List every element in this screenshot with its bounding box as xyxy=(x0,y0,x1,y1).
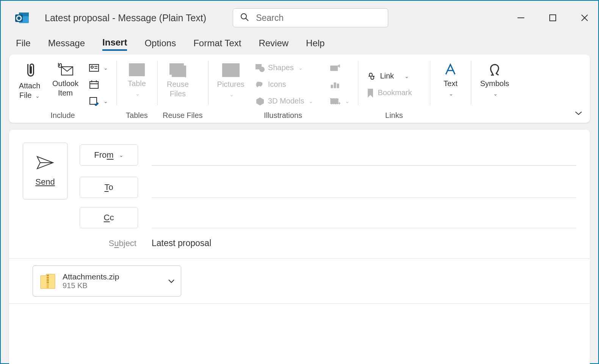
attachment-menu-button[interactable] xyxy=(168,277,175,285)
svg-line-5 xyxy=(246,18,248,21)
svg-text:+: + xyxy=(338,101,340,105)
window-controls xyxy=(515,12,591,24)
calendar-button[interactable] xyxy=(86,77,111,92)
chevron-down-icon: ⌄ xyxy=(298,65,303,71)
attachment-chip[interactable]: Attachments.zip 915 KB xyxy=(33,265,181,297)
svg-rect-20 xyxy=(129,64,144,76)
minimize-button[interactable] xyxy=(515,12,527,24)
ribbon-group-include: Attach File ⌄ Outlook Item ⌄ xyxy=(9,55,116,123)
signature-button[interactable]: ⌄ xyxy=(86,94,111,109)
group-label-illustrations: Illustrations xyxy=(213,111,353,122)
svg-rect-37 xyxy=(337,84,339,88)
tab-format-text[interactable]: Format Text xyxy=(193,36,241,50)
search-box[interactable] xyxy=(233,8,388,27)
zip-file-icon xyxy=(39,270,56,292)
ribbon-group-reuse-files: Reuse Files Reuse Files xyxy=(157,55,208,123)
ribbon-group-symbols: Symbols⌄ . xyxy=(471,55,518,123)
send-label: Send xyxy=(35,177,55,187)
cc-field[interactable] xyxy=(152,207,576,228)
symbols-label: Symbols xyxy=(480,79,509,88)
svg-point-39 xyxy=(333,100,336,103)
ribbon-group-tables: Table⌄ Tables xyxy=(116,55,157,123)
group-label-include: Include xyxy=(14,111,111,122)
svg-point-32 xyxy=(260,67,264,72)
text-button[interactable]: Text⌄ xyxy=(435,60,466,109)
chevron-down-icon: ⌄ xyxy=(135,91,140,97)
outlook-item-button[interactable]: Outlook Item xyxy=(49,60,82,109)
from-button[interactable]: From ⌄ xyxy=(80,144,138,166)
to-button[interactable]: To xyxy=(80,177,138,198)
3d-models-button: 3D Models ⌄ xyxy=(252,94,317,109)
table-button: Table⌄ xyxy=(122,60,152,109)
ribbon-collapse-button[interactable] xyxy=(574,108,583,118)
symbols-button[interactable]: Symbols⌄ xyxy=(476,60,513,109)
subject-field[interactable] xyxy=(152,238,576,248)
svg-point-30 xyxy=(226,66,229,69)
svg-rect-7 xyxy=(550,15,556,21)
svg-rect-42 xyxy=(47,274,49,289)
group-label-tables: Tables xyxy=(122,111,152,122)
outlook-item-label: Outlook Item xyxy=(52,79,78,98)
maximize-button[interactable] xyxy=(547,12,559,24)
chevron-down-icon: ⌄ xyxy=(229,91,234,97)
svg-point-33 xyxy=(258,83,259,84)
outlook-app-icon xyxy=(14,10,30,25)
send-button[interactable]: Send xyxy=(23,143,67,199)
from-field[interactable] xyxy=(152,144,576,166)
ribbon-group-text: Text⌄ . xyxy=(430,55,471,123)
text-label: Text xyxy=(444,79,458,88)
svg-point-4 xyxy=(241,14,246,19)
svg-rect-45 xyxy=(47,279,49,281)
pictures-button: Pictures⌄ xyxy=(213,60,248,109)
close-button[interactable] xyxy=(579,12,591,24)
tab-options[interactable]: Options xyxy=(144,36,176,50)
ribbon-group-illustrations: Pictures⌄ Shapes ⌄ Icons 3D Models xyxy=(208,55,358,123)
search-icon xyxy=(240,13,249,23)
chevron-down-icon: ⌄ xyxy=(103,98,108,104)
svg-rect-34 xyxy=(331,66,337,71)
svg-rect-19 xyxy=(90,97,97,104)
chevron-down-icon: ⌄ xyxy=(405,73,409,79)
svg-rect-44 xyxy=(47,277,49,278)
reuse-files-label: Reuse Files xyxy=(167,80,189,99)
business-card-button[interactable]: ⌄ xyxy=(86,60,111,75)
svg-rect-15 xyxy=(90,82,98,88)
group-label-links: Links xyxy=(363,111,425,122)
tab-help[interactable]: Help xyxy=(306,36,325,50)
svg-rect-35 xyxy=(331,85,333,88)
chevron-down-icon: ⌄ xyxy=(493,91,498,97)
ribbon: Attach File ⌄ Outlook Item ⌄ xyxy=(9,55,590,123)
cc-button[interactable]: Cc xyxy=(80,207,138,228)
3d-models-label: 3D Models xyxy=(268,97,304,105)
tab-insert[interactable]: Insert xyxy=(102,36,127,51)
title-bar: Latest proposal - Message (Plain Text) xyxy=(1,1,598,35)
chevron-down-icon: ⌄ xyxy=(309,98,313,104)
separator xyxy=(9,303,590,304)
tab-review[interactable]: Review xyxy=(259,36,289,50)
icons-button: Icons xyxy=(252,77,317,92)
to-field[interactable] xyxy=(152,177,576,198)
svg-point-27 xyxy=(178,70,184,76)
attach-file-button[interactable]: Attach File ⌄ xyxy=(14,60,45,109)
search-input[interactable] xyxy=(256,13,381,23)
chart-button xyxy=(327,77,353,92)
ribbon-tabs: File Message Insert Options Format Text … xyxy=(1,35,598,52)
svg-rect-46 xyxy=(47,282,49,283)
icons-label: Icons xyxy=(268,80,286,89)
bookmark-label: Bookmark xyxy=(378,88,412,97)
link-button[interactable]: Link ⌄ xyxy=(363,69,415,84)
svg-rect-43 xyxy=(47,275,49,276)
chevron-down-icon: ⌄ xyxy=(449,91,453,97)
svg-rect-29 xyxy=(223,64,239,77)
chevron-down-icon: ⌄ xyxy=(35,93,40,99)
svg-point-12 xyxy=(91,66,93,68)
window-title: Latest proposal - Message (Plain Text) xyxy=(45,13,206,24)
outlook-compose-window: Latest proposal - Message (Plain Text) F… xyxy=(0,0,599,364)
chevron-down-icon: ⌄ xyxy=(345,98,350,104)
group-label-reuse-files: Reuse Files xyxy=(163,111,203,122)
subject-label: Subject xyxy=(23,238,140,248)
tab-message[interactable]: Message xyxy=(48,36,85,50)
svg-rect-36 xyxy=(334,83,336,88)
bookmark-button: Bookmark xyxy=(363,85,415,100)
tab-file[interactable]: File xyxy=(16,36,31,50)
